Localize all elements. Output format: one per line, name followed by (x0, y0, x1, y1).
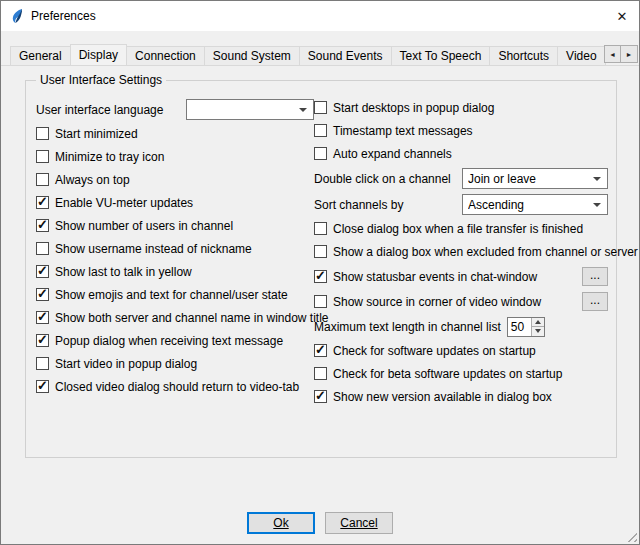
vu-meter-checkbox[interactable] (36, 196, 49, 209)
spin-up-icon[interactable] (531, 318, 544, 327)
close-filetransfer-checkbox[interactable] (314, 222, 327, 235)
checkbox-label: Show source in corner of video window (333, 295, 541, 309)
checkbox-row[interactable]: Close dialog box when a file transfer is… (314, 220, 608, 237)
show-username-checkbox[interactable] (36, 242, 49, 255)
tab-sound-events[interactable]: Sound Events (299, 46, 392, 65)
user-interface-settings-group: User Interface Settings User interface l… (25, 80, 617, 458)
start-minimized-checkbox[interactable] (36, 127, 49, 140)
checkbox-row[interactable]: Minimize to tray icon (36, 148, 314, 165)
software-updates-checkbox[interactable] (314, 344, 327, 357)
checkbox-row[interactable]: Show username instead of nickname (36, 240, 314, 257)
window-title-checkbox[interactable] (36, 311, 49, 324)
checkbox-label: Show last to talk in yellow (55, 265, 192, 279)
preferences-window: Preferences ✕ General Display Connection… (0, 0, 640, 545)
checkbox-row[interactable]: Start minimized (36, 125, 314, 142)
titlebar: Preferences ✕ (1, 1, 639, 31)
excluded-dialog-checkbox[interactable] (314, 245, 327, 258)
video-source-browse-button[interactable]: ... (582, 292, 608, 311)
auto-expand-channels-checkbox[interactable] (314, 147, 327, 160)
cancel-button[interactable]: Cancel (325, 512, 393, 534)
statusbar-events-checkbox[interactable] (314, 270, 327, 283)
video-popup-checkbox[interactable] (36, 357, 49, 370)
statusbar-events-row: Show statusbar events in chat-window ... (314, 266, 608, 287)
chevron-down-icon (593, 177, 601, 181)
spin-down-icon[interactable] (531, 326, 544, 336)
checkbox-row[interactable]: Check for beta software updates on start… (314, 365, 608, 382)
spinner-arrows (531, 318, 544, 336)
sort-channels-row: Sort channels by Ascending (314, 194, 608, 215)
checkbox-label: Start minimized (55, 127, 138, 141)
checkbox-row[interactable]: Closed video dialog should return to vid… (36, 378, 314, 395)
checkbox-label: Closed video dialog should return to vid… (55, 380, 299, 394)
video-return-tab-checkbox[interactable] (36, 380, 49, 393)
checkbox-row[interactable]: Enable VU-meter updates (36, 194, 314, 211)
close-icon[interactable]: ✕ (605, 1, 639, 31)
checkbox-label: Show statusbar events in chat-window (333, 270, 537, 284)
double-click-select[interactable]: Join or leave (462, 168, 608, 189)
tab-bar: General Display Connection Sound System … (1, 43, 639, 66)
tab-sound-system[interactable]: Sound System (204, 46, 300, 65)
checkbox-row[interactable]: Show number of users in channel (36, 217, 314, 234)
tab-video[interactable]: Video (557, 46, 605, 65)
timestamp-messages-checkbox[interactable] (314, 124, 327, 137)
app-icon (9, 8, 25, 24)
tab-shortcuts[interactable]: Shortcuts (489, 46, 558, 65)
checkbox-label: Show a dialog box when excluded from cha… (333, 245, 638, 259)
popup-text-message-checkbox[interactable] (36, 334, 49, 347)
checkbox-label: Show emojis and text for channel/user st… (55, 288, 288, 302)
checkbox-row[interactable]: Show new version available in dialog box (314, 388, 608, 405)
video-source-checkbox[interactable] (314, 295, 327, 308)
max-text-length-stepper[interactable]: 50 (507, 317, 545, 337)
ok-button[interactable]: Ok (247, 512, 315, 534)
desktops-popup-checkbox[interactable] (314, 101, 327, 114)
checkbox-row[interactable]: Show both server and channel name in win… (36, 309, 314, 326)
language-select[interactable] (186, 99, 314, 120)
tab-scroll-left-icon[interactable]: ◄ (604, 45, 621, 63)
checkbox-row[interactable]: Show last to talk in yellow (36, 263, 314, 280)
chevron-down-icon (299, 108, 307, 112)
checkbox-row[interactable]: Timestamp text messages (314, 122, 608, 139)
checkbox-label: Check for software updates on startup (333, 344, 536, 358)
statusbar-events-browse-button[interactable]: ... (582, 267, 608, 286)
always-on-top-checkbox[interactable] (36, 173, 49, 186)
checkbox-row[interactable]: Show emojis and text for channel/user st… (36, 286, 314, 303)
checkbox-label: Auto expand channels (333, 147, 452, 161)
last-to-talk-checkbox[interactable] (36, 265, 49, 278)
new-version-dialog-checkbox[interactable] (314, 390, 327, 403)
checkbox-label: Start desktops in popup dialog (333, 101, 494, 115)
checkbox-label: Show username instead of nickname (55, 242, 252, 256)
checkbox-label: Timestamp text messages (333, 124, 473, 138)
sort-channels-value: Ascending (468, 198, 542, 212)
settings-columns: User interface language Start minimized … (26, 81, 616, 411)
beta-updates-checkbox[interactable] (314, 367, 327, 380)
checkbox-label: Start video in popup dialog (55, 357, 197, 371)
language-row: User interface language (36, 99, 314, 120)
chevron-down-icon (593, 203, 601, 207)
tab-display[interactable]: Display (70, 44, 127, 66)
tab-connection[interactable]: Connection (126, 46, 205, 65)
checkbox-row[interactable]: Always on top (36, 171, 314, 188)
checkbox-row[interactable]: Show a dialog box when excluded from cha… (314, 243, 608, 260)
minimize-to-tray-checkbox[interactable] (36, 150, 49, 163)
checkbox-row[interactable]: Start video in popup dialog (36, 355, 314, 372)
tab-scroll-buttons: ◄ ► (604, 45, 638, 63)
show-emojis-checkbox[interactable] (36, 288, 49, 301)
group-title: User Interface Settings (36, 73, 166, 87)
checkbox-label: Close dialog box when a file transfer is… (333, 222, 583, 236)
checkbox-label: Enable VU-meter updates (55, 196, 193, 210)
tab-scroll-right-icon[interactable]: ► (621, 45, 638, 63)
tab-text-to-speech[interactable]: Text To Speech (391, 46, 491, 65)
video-source-row: Show source in corner of video window ..… (314, 291, 608, 312)
window-title: Preferences (31, 9, 96, 23)
checkbox-label: Show both server and channel name in win… (55, 311, 329, 325)
checkbox-row[interactable]: Start desktops in popup dialog (314, 99, 608, 116)
tab-general[interactable]: General (10, 46, 71, 65)
checkbox-row[interactable]: Check for software updates on startup (314, 342, 608, 359)
checkbox-row[interactable]: Popup dialog when receiving text message (36, 332, 314, 349)
checkbox-label: Check for beta software updates on start… (333, 367, 562, 381)
checkbox-label: Show number of users in channel (55, 219, 233, 233)
sort-channels-select[interactable]: Ascending (462, 194, 608, 215)
show-user-count-checkbox[interactable] (36, 219, 49, 232)
max-text-length-value: 50 (508, 318, 531, 336)
checkbox-row[interactable]: Auto expand channels (314, 145, 608, 162)
